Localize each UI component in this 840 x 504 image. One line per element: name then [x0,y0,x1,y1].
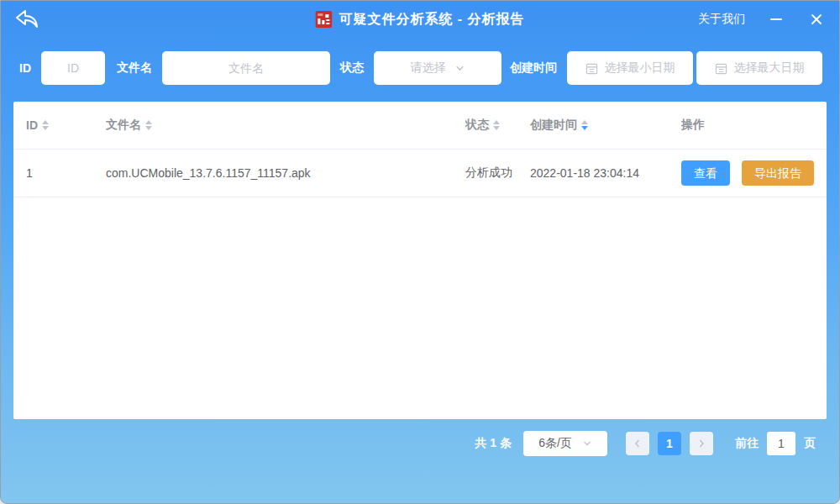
cell-status: 分析成功 [465,165,530,181]
titlebar: 可疑文件分析系统 - 分析报告 关于我们 [1,1,839,38]
status-select[interactable]: 请选择 [374,51,501,85]
table-row: 1 com.UCMobile_13.7.6.1157_11157.apk 分析成… [13,150,827,197]
column-header-filename[interactable]: 文件名 [106,118,465,133]
cell-created: 2022-01-18 23:04:14 [530,166,681,180]
sort-icon [493,120,500,130]
created-filter-label: 创建时间 [510,60,557,76]
page-size-value: 6条/页 [538,436,572,451]
status-filter-label: 状态 [340,60,364,76]
app-window: 可疑文件分析系统 - 分析报告 关于我们 ID 文件名 状态 请选择 [0,0,840,504]
column-header-actions: 操作 [681,118,814,133]
page-title: 可疑文件分析系统 - 分析报告 [339,11,524,29]
id-filter-label: ID [19,61,31,75]
app-logo-icon [315,11,332,28]
sort-icon [42,120,49,130]
minimize-icon [770,18,782,20]
column-header-id[interactable]: ID [26,118,106,132]
filter-bar: ID 文件名 状态 请选择 创建时间 选择最小日期 [1,38,839,85]
filename-filter-label: 文件名 [117,60,152,76]
status-select-value: 请选择 [411,60,446,76]
close-icon [811,13,822,25]
chevron-right-icon [696,438,706,449]
prev-page-button[interactable] [626,432,649,455]
minimize-button[interactable] [767,10,785,29]
chevron-left-icon [633,438,643,449]
titlebar-actions: 关于我们 [698,10,826,29]
id-filter-input[interactable] [41,51,105,85]
date-max-value: 选择最大日期 [734,60,805,76]
export-report-button[interactable]: 导出报告 [742,160,814,186]
title-group: 可疑文件分析系统 - 分析报告 [315,1,524,38]
table-header-row: ID 文件名 状态 创建时间 操作 [13,102,827,150]
sort-icon [145,120,152,130]
chevron-down-icon [582,438,592,449]
chevron-down-icon [454,63,465,74]
goto-page-input[interactable] [767,432,795,455]
date-max-picker[interactable]: 选择最大日期 [696,51,822,85]
close-button[interactable] [807,10,826,29]
report-table: ID 文件名 状态 创建时间 操作 1 com.UCMobile_13.7.6.… [13,102,827,419]
page-unit-label: 页 [804,436,816,451]
date-min-picker[interactable]: 选择最小日期 [567,51,693,85]
column-header-created[interactable]: 创建时间 [530,118,681,133]
page-size-select[interactable]: 6条/页 [523,431,607,456]
cell-actions: 查看 导出报告 [681,160,814,186]
calendar-icon [585,62,598,75]
pager: 1 [626,432,713,455]
page-number-current[interactable]: 1 [658,432,681,455]
calendar-icon [715,62,727,75]
total-count: 共 1 条 [475,436,512,451]
goto-label: 前往 [735,436,759,451]
filename-filter-input[interactable] [162,51,330,85]
pagination-bar: 共 1 条 6条/页 1 前往 页 [1,419,839,456]
about-us-link[interactable]: 关于我们 [698,12,745,27]
back-button[interactable] [14,7,43,32]
sort-icon-active-desc [581,120,588,130]
date-min-value: 选择最小日期 [605,60,675,76]
cell-filename: com.UCMobile_13.7.6.1157_11157.apk [106,166,465,180]
next-page-button[interactable] [690,432,713,455]
view-button[interactable]: 查看 [681,160,730,186]
cell-id: 1 [26,166,106,180]
back-arrow-icon [14,8,39,30]
column-header-status[interactable]: 状态 [465,118,530,133]
